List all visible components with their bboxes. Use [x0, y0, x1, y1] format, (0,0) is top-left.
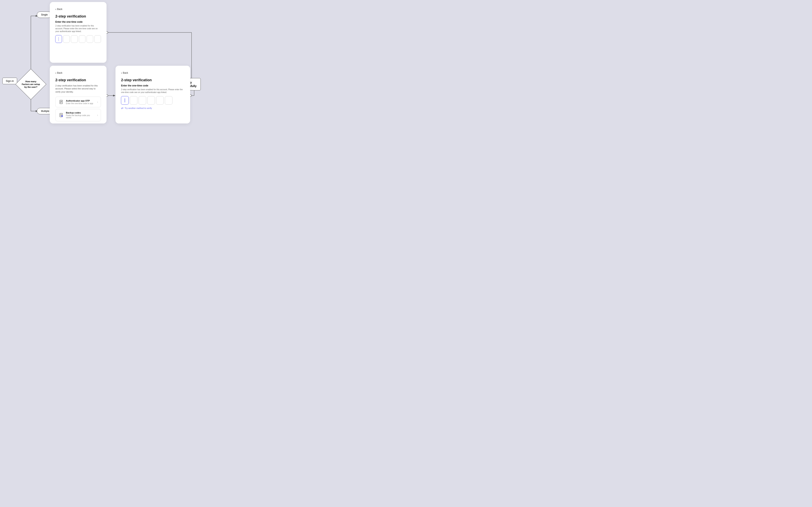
backup-text: Backup codes Paste the backup code you s… — [66, 112, 95, 119]
bottom-right-enter-label: Enter the one-time code — [121, 84, 185, 87]
otp-sm-box-6[interactable] — [165, 96, 172, 105]
otp-sm-box-1[interactable] — [121, 96, 129, 105]
top-card-desc: 2-step verification has been enabled for… — [55, 24, 101, 33]
single-label: Single — [41, 13, 48, 16]
svg-rect-18 — [60, 103, 61, 103]
diamond-label: How manyFactors are setupby the user? — [22, 80, 40, 89]
try-another-icon: ⇄ — [121, 107, 123, 110]
bottom-right-card-back[interactable]: Back — [121, 71, 185, 74]
authenticator-icon — [58, 99, 64, 105]
signin-node: Sign-in — [2, 78, 17, 84]
svg-rect-17 — [60, 102, 62, 102]
top-card-enter-label: Enter the one-time code — [55, 20, 101, 23]
otp-sm-box-3[interactable] — [138, 96, 146, 105]
backup-chevron: › — [97, 114, 98, 117]
card-bottom-right: Back 2-step verification Enter the one-t… — [115, 66, 190, 123]
otp-box-5[interactable] — [86, 35, 93, 43]
authenticator-name: Authenticator app OTP — [66, 100, 95, 102]
bottom-left-card-desc: 2-step verification has been enabled for… — [55, 84, 101, 94]
try-another-method[interactable]: ⇄ Try another method to verify — [121, 107, 185, 110]
authenticator-desc: Enter the one-time code in app — [66, 102, 95, 105]
bottom-right-otp-row — [121, 96, 185, 105]
diamond-node: How manyFactors are setupby the user? — [18, 71, 44, 97]
otp-box-2[interactable] — [63, 35, 70, 43]
backup-icon: * — [58, 112, 64, 118]
otp-sm-box-5[interactable] — [156, 96, 164, 105]
try-another-text: Try another method to verify — [125, 107, 152, 109]
authenticator-text: Authenticator app OTP Enter the one-time… — [66, 100, 95, 105]
bottom-right-desc: 2-step verification has been enabled for… — [121, 88, 185, 94]
card-bottom-left: Back 2-step verification 2-step verifica… — [50, 66, 107, 123]
multiple-label: Multiple — [41, 110, 49, 113]
otp-box-3[interactable] — [71, 35, 77, 43]
top-card-title: 2-step verification — [55, 14, 101, 18]
otp-box-4[interactable] — [79, 35, 85, 43]
svg-rect-16 — [60, 101, 62, 101]
top-card-back[interactable]: Back — [55, 8, 101, 11]
method-backup[interactable]: * Backup codes Paste the backup code you… — [55, 109, 101, 121]
bottom-left-card-title: 2-step verification — [55, 78, 101, 82]
otp-box-6[interactable] — [95, 35, 101, 43]
signin-label: Sign-in — [6, 79, 14, 82]
method-authenticator[interactable]: Authenticator app OTP Enter the one-time… — [55, 97, 101, 107]
bottom-left-card-back[interactable]: Back — [55, 71, 101, 74]
otp-box-1[interactable] — [55, 35, 62, 43]
otp-sm-box-2[interactable] — [130, 96, 137, 105]
otp-sm-box-4[interactable] — [147, 96, 155, 105]
authenticator-chevron: › — [97, 100, 98, 104]
card-top: Back 2-step verification Enter the one-t… — [50, 2, 107, 63]
backup-name: Backup codes — [66, 112, 95, 114]
bottom-right-card-title: 2-step verification — [121, 78, 185, 82]
backup-desc: Paste the backup code you saved — [66, 114, 95, 119]
top-card-otp-row — [55, 35, 101, 43]
